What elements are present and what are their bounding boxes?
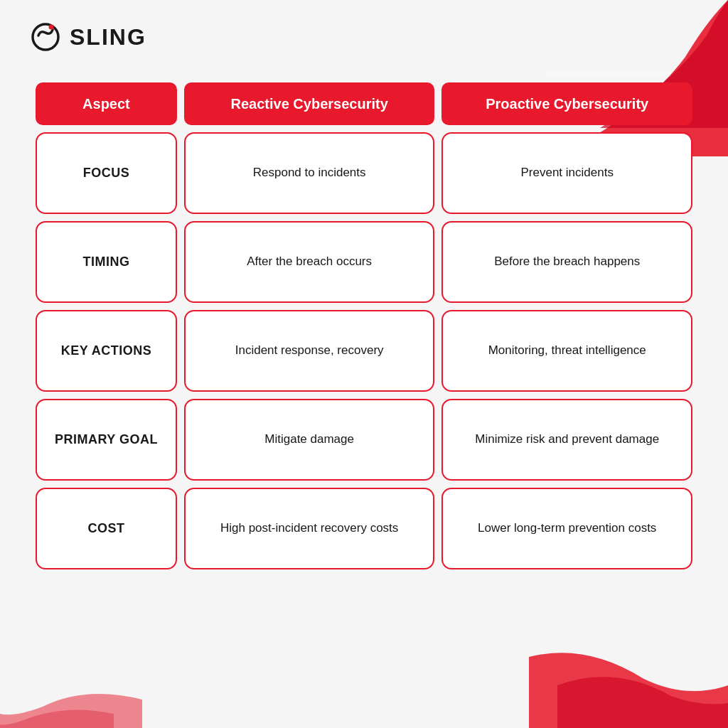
sling-logo-icon xyxy=(28,20,63,54)
aspect-cell-1: TIMING xyxy=(36,221,177,303)
reactive-cell-3: Mitigate damage xyxy=(184,399,435,481)
proactive-cell-4: Lower long-term prevention costs xyxy=(441,488,692,569)
reactive-cell-0: Respond to incidents xyxy=(184,132,435,214)
reactive-cell-1: After the breach occurs xyxy=(184,221,435,303)
bg-wave-bottom-left xyxy=(0,614,142,728)
proactive-cell-3: Minimize risk and prevent damage xyxy=(441,399,692,481)
aspect-cell-2: KEY ACTIONS xyxy=(36,310,177,392)
header-aspect: Aspect xyxy=(36,82,177,125)
proactive-cell-2: Monitoring, threat intelligence xyxy=(441,310,692,392)
header-proactive: Proactive Cybersecurity xyxy=(441,82,692,125)
proactive-cell-0: Prevent incidents xyxy=(441,132,692,214)
logo-text: SLING xyxy=(70,24,146,50)
svg-point-3 xyxy=(33,24,58,50)
svg-point-4 xyxy=(49,25,54,30)
aspect-cell-4: COST xyxy=(36,488,177,569)
header-reactive: Reactive Cybersecurity xyxy=(184,82,435,125)
proactive-cell-1: Before the breach happens xyxy=(441,221,692,303)
comparison-table: Aspect Reactive Cybersecurity Proactive … xyxy=(28,75,700,577)
aspect-cell-3: PRIMARY GOAL xyxy=(36,399,177,481)
logo-area: SLING xyxy=(28,20,700,54)
bg-wave-bottom-right xyxy=(529,586,728,728)
reactive-cell-4: High post-incident recovery costs xyxy=(184,488,435,569)
aspect-cell-0: FOCUS xyxy=(36,132,177,214)
reactive-cell-2: Incident response, recovery xyxy=(184,310,435,392)
